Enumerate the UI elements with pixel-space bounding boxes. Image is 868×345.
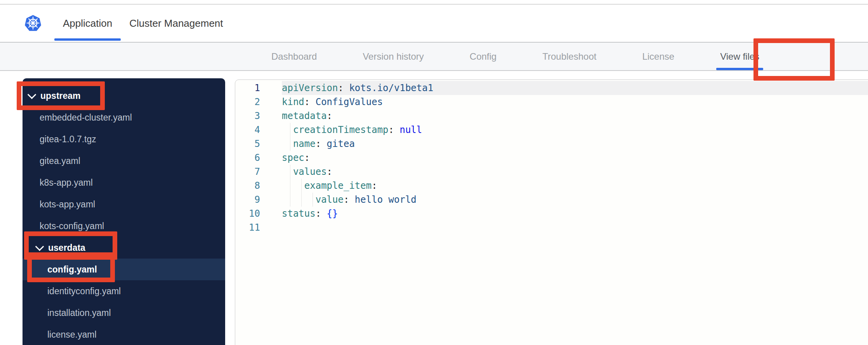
code-token: : [304,97,310,107]
chevron-down-icon [28,90,36,99]
code-token: example_item [304,180,372,191]
code-line[interactable]: 3metadata: [235,109,868,123]
line-number: 3 [235,109,260,123]
sidebar-folder-upstream[interactable]: upstream [23,85,225,107]
header-tab-cluster-management[interactable]: Cluster Management [121,5,231,42]
sidebar-file-gitea-1-0-7-tgz[interactable]: gitea-1.0.7.tgz [23,128,225,150]
code-line-content: spec: [260,151,868,165]
code-token: : [389,124,394,135]
tree-item-label: kots-config.yaml [40,221,104,231]
sidebar-file-embedded-cluster-yaml[interactable]: embedded-cluster.yaml [23,107,225,128]
code-line[interactable]: 7 values: [235,165,868,179]
nav-item-troubleshoot[interactable]: Troubleshoot [542,43,596,70]
app-nav-bar: DashboardVersion historyConfigTroublesho… [0,43,868,71]
tree-item-label: gitea.yaml [40,156,80,166]
code-line[interactable]: 1apiVersion: kots.io/v1beta1 [235,81,868,95]
sidebar-file-license-yaml[interactable]: license.yaml [23,324,225,345]
code-token [282,194,316,205]
code-token: : [327,166,332,177]
line-number: 9 [235,193,260,207]
tree-item-label: identityconfig.yaml [47,286,121,297]
indent-guide [290,123,291,137]
code-token: : [344,194,349,205]
code-token: creationTimestamp [293,124,389,135]
code-line-content: kind: ConfigValues [260,95,868,109]
header-tab-application[interactable]: Application [54,5,121,42]
tree-item-label: userdata [48,243,85,253]
code-token: kind [282,97,304,107]
line-number: 2 [235,95,260,109]
nav-item-version-history[interactable]: Version history [363,43,424,70]
chevron-down-icon [35,242,44,251]
tree-item-label: k8s-app.yaml [40,178,93,188]
code-token: name [293,138,316,149]
code-line[interactable]: 11 [235,221,868,235]
code-line[interactable]: 2kind: ConfigValues [235,95,868,109]
indent-guide [290,179,291,193]
code-token: spec [282,152,304,163]
code-token: null [394,124,422,135]
tree-item-label: gitea-1.0.7.tgz [40,134,96,145]
line-number: 5 [235,137,260,151]
line-number: 10 [235,207,260,221]
sidebar-file-identityconfig-yaml[interactable]: identityconfig.yaml [23,280,225,302]
code-line-content: name: gitea [260,137,868,151]
indent-guide [290,165,291,179]
nav-item-dashboard[interactable]: Dashboard [271,43,317,70]
code-token: status [282,208,316,219]
sidebar-file-k8s-app-yaml[interactable]: k8s-app.yaml [23,172,225,193]
code-line[interactable]: 9 value: hello world [235,193,868,207]
sidebar-file-installation-yaml[interactable]: installation.yaml [23,302,225,324]
nav-item-view-files[interactable]: View files [720,43,759,70]
tree-item-label: embedded-cluster.yaml [40,112,132,123]
sidebar-file-kots-app-yaml[interactable]: kots-app.yaml [23,193,225,215]
code-line-content: apiVersion: kots.io/v1beta1 [260,81,868,95]
indent-guide [301,193,302,207]
line-number: 8 [235,179,260,193]
code-token [282,166,293,177]
tree-item-label: license.yaml [47,329,97,340]
nav-item-license[interactable]: License [642,43,674,70]
code-token: kots.io/v1beta1 [344,83,433,93]
sidebar-file-gitea-yaml[interactable]: gitea.yaml [23,150,225,172]
code-token: gitea [321,138,355,149]
code-token: : [338,83,344,93]
code-line[interactable]: 10status: {} [235,207,868,221]
code-line-content [260,221,868,235]
code-line-content: metadata: [260,109,868,123]
code-token: : [316,138,321,149]
code-token: apiVersion [282,83,338,93]
code-line-content: status: {} [260,207,868,221]
code-token: : [316,208,321,219]
code-token: : [372,180,377,191]
code-token: metadata [282,110,327,121]
line-number: 6 [235,151,260,165]
indent-guide [301,179,302,193]
indent-guide [290,193,291,207]
tree-item-label: installation.yaml [47,308,111,318]
sidebar-file-kots-config-yaml[interactable]: kots-config.yaml [23,215,225,237]
code-line[interactable]: 5 name: gitea [235,137,868,151]
code-token: : [304,152,310,163]
yaml-editor[interactable]: 1apiVersion: kots.io/v1beta12kind: Confi… [235,79,868,345]
code-line-content: values: [260,165,868,179]
code-token: {} [321,208,338,219]
line-number: 1 [235,81,260,95]
code-line-content: creationTimestamp: null [260,123,868,137]
kubernetes-logo-icon [24,14,42,32]
sidebar-file-config-yaml[interactable]: config.yaml [23,259,225,280]
code-line[interactable]: 8 example_item: [235,179,868,193]
line-number: 4 [235,123,260,137]
line-number: 11 [235,221,260,235]
line-number: 7 [235,165,260,179]
code-token [282,124,293,135]
code-line-content: value: hello world [260,193,868,207]
tree-item-label: upstream [40,91,81,101]
nav-item-config[interactable]: Config [470,43,496,70]
header-bar: ApplicationCluster Management [0,5,868,43]
code-token [282,138,293,149]
code-line[interactable]: 6spec: [235,151,868,165]
sidebar-folder-userdata[interactable]: userdata [23,237,225,259]
code-line[interactable]: 4 creationTimestamp: null [235,123,868,137]
code-line-content: example_item: [260,179,868,193]
